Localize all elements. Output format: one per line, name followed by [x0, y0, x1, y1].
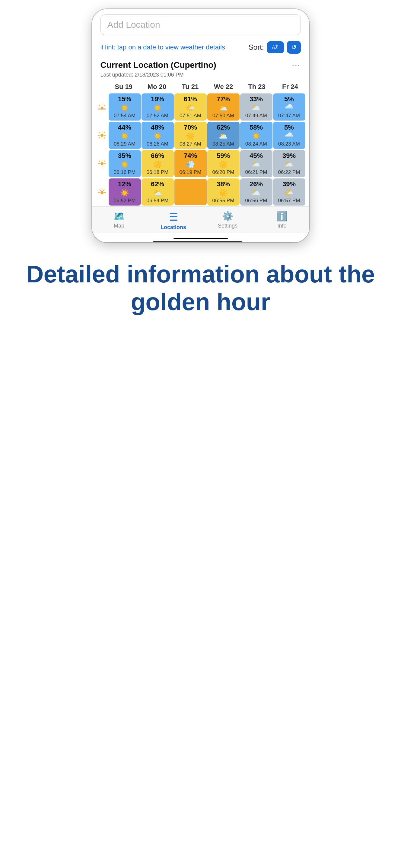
r4-mo-pct: 62% — [151, 180, 164, 188]
r1-fr-time: 07:47 AM — [278, 113, 300, 119]
svg-line-23 — [104, 161, 105, 161]
r4-su-pct: 12% — [118, 180, 131, 188]
r3-fr-icon: 🌥️ — [285, 160, 294, 169]
sort-secondary-button[interactable]: ↺ — [287, 41, 301, 54]
hint-text: iHint: tap on a date to view weather det… — [101, 43, 225, 51]
r4-we-icon: ☀️ — [219, 189, 228, 197]
r3-tu-time: 06:19 PM — [179, 169, 202, 176]
r3-cell-fr[interactable]: 39% 🌥️ 06:22 PM — [273, 150, 305, 177]
tab-map-label: Map — [114, 223, 124, 229]
r2-cell-we[interactable]: 62% 🌥️ 08:25 AM — [207, 122, 239, 149]
r3-mo-time: 06:18 PM — [147, 169, 169, 176]
add-location-bar[interactable]: Add Location — [101, 14, 301, 35]
r1-tu-time: 07:51 AM — [179, 113, 201, 119]
r2-cell-tu[interactable]: 70% ☀️ 08:27 AM — [174, 122, 207, 149]
day-tu: Tu 21 — [173, 81, 207, 93]
more-dots-button[interactable]: ··· — [292, 60, 300, 70]
svg-point-18 — [101, 162, 104, 165]
tab-locations[interactable]: ☰ Locations — [146, 211, 201, 230]
weather-row-sun: 44% ☀️ 08:29 AM 48% ☀️ 08:28 AM 70% ☀️ 0… — [93, 121, 308, 149]
r1-we-pct: 77% — [217, 95, 230, 103]
r4-we-pct: 38% — [217, 180, 230, 188]
r2-cell-su[interactable]: 44% ☀️ 08:29 AM — [109, 122, 141, 149]
svg-point-26 — [101, 191, 104, 194]
tab-bar: 🗺️ Map ☰ Locations ⚙️ Settings ℹ️ Info — [92, 207, 309, 233]
r1-th-pct: 33% — [250, 95, 263, 103]
r2-th-icon: ☀️ — [252, 132, 261, 141]
r1-cell-we[interactable]: 77% ⛅ 07:50 AM — [207, 93, 239, 121]
r3-cell-mo[interactable]: 66% ☀️ 06:18 PM — [142, 150, 174, 177]
r3-cell-tu[interactable]: 74% 💨 06:19 PM — [174, 150, 207, 177]
r4-th-icon: 🌥️ — [252, 189, 261, 197]
r1-cell-su[interactable]: 15% ☀️ 07:54 AM — [109, 93, 141, 121]
location-updated: Last updated: 2/18/2023 01:06 PM — [92, 71, 309, 81]
r3-su-icon: ☀️ — [120, 160, 129, 169]
r1-su-icon: ☀️ — [120, 104, 129, 112]
svg-line-13 — [104, 132, 105, 133]
sort-az-button[interactable]: AZ ↕ — [267, 41, 284, 53]
r4-cell-th[interactable]: 26% 🌥️ 06:56 PM — [240, 179, 273, 206]
r1-tu-icon: 🌤️ — [186, 104, 195, 112]
r1-mo-time: 07:52 AM — [147, 113, 168, 119]
r2-cell-mo[interactable]: 48% ☀️ 08:28 AM — [142, 122, 174, 149]
r3-cell-su[interactable]: 35% ☀️ 06:16 PM — [109, 150, 141, 177]
r1-cell-fr[interactable]: 5% 🌧️ 07:47 AM — [273, 93, 305, 121]
r4-fr-pct: 39% — [282, 180, 296, 188]
r4-cell-fr[interactable]: 39% 🌤️ 06:57 PM — [273, 179, 305, 206]
tab-settings[interactable]: ⚙️ Settings — [201, 211, 255, 230]
r1-cell-th[interactable]: 33% 🌥️ 07:49 AM — [240, 93, 273, 121]
r1-we-icon: ⛅ — [219, 104, 228, 112]
sunrise-row-icon — [96, 103, 108, 111]
tab-info-label: Info — [277, 223, 286, 229]
golden-row-icon — [96, 188, 108, 196]
r2-we-icon: 🌥️ — [219, 132, 228, 141]
r3-fr-pct: 39% — [282, 152, 296, 160]
sort-section: Sort: AZ ↕ ↺ — [249, 41, 301, 54]
r3-cell-we[interactable]: 59% ☀️ 06:20 PM — [207, 150, 239, 177]
r3-cell-th[interactable]: 45% 🌥️ 06:21 PM — [240, 150, 273, 177]
r4-su-icon: ☀️ — [120, 189, 129, 197]
day-fr: Fr 24 — [274, 81, 307, 93]
r1-su-pct: 15% — [118, 95, 131, 103]
page-wrapper: Add Location iHint: tap on a date to vie… — [0, 0, 401, 868]
r4-mo-icon: ⛅ — [153, 189, 162, 197]
location-header: Current Location (Cupertino) ··· — [92, 57, 309, 71]
weather-row-golden: 12% ☀️ 06:52 PM 62% ⛅ 06:54 PM 38% ☀️ 06… — [93, 178, 308, 206]
r1-su-time: 07:54 AM — [114, 113, 136, 119]
tab-map[interactable]: 🗺️ Map — [92, 211, 146, 230]
r2-cell-th[interactable]: 58% ☀️ 08:24 AM — [240, 122, 273, 149]
r4-cell-we[interactable]: 38% ☀️ 06:55 PM — [207, 179, 239, 206]
r1-cell-tu[interactable]: 61% 🌤️ 07:51 AM — [174, 93, 207, 121]
r4-th-pct: 26% — [250, 180, 263, 188]
phone-inner: Add Location iHint: tap on a date to vie… — [92, 14, 309, 242]
r3-mo-pct: 66% — [151, 152, 164, 160]
hint-bar: iHint: tap on a date to view weather det… — [92, 38, 309, 56]
r3-tu-icon: 💨 — [186, 160, 195, 169]
sort-label: Sort: — [249, 43, 264, 52]
r2-tu-icon: ☀️ — [186, 132, 195, 141]
r2-tu-pct: 70% — [184, 124, 197, 131]
r4-cell-mo[interactable]: 62% ⛅ 06:54 PM — [142, 179, 174, 206]
r3-th-icon: 🌥️ — [252, 160, 261, 169]
r3-su-time: 06:16 PM — [114, 169, 136, 176]
svg-line-17 — [104, 137, 105, 138]
r1-cell-mo[interactable]: 19% ☀️ 07:52 AM — [142, 93, 174, 121]
svg-line-5 — [99, 105, 100, 106]
tab-info[interactable]: ℹ️ Info — [255, 211, 309, 230]
r1-mo-icon: ☀️ — [153, 104, 162, 112]
svg-text:↕: ↕ — [276, 44, 277, 48]
r1-fr-pct: 5% — [284, 95, 294, 103]
r4-cell-tu[interactable] — [174, 179, 207, 205]
tab-locations-label: Locations — [161, 224, 186, 230]
r3-fr-time: 06:22 PM — [278, 169, 300, 176]
day-we: We 22 — [207, 81, 240, 93]
r2-cell-fr[interactable]: 5% 🌧️ 08:23 AM — [273, 122, 305, 149]
r4-cell-su[interactable]: 12% ☀️ 06:52 PM — [109, 179, 141, 206]
sort-secondary-icon: ↺ — [291, 43, 296, 51]
svg-line-22 — [99, 161, 100, 161]
r4-fr-icon: 🌤️ — [285, 189, 294, 197]
svg-line-12 — [99, 132, 100, 133]
r2-mo-pct: 48% — [151, 124, 164, 131]
location-title: Current Location (Cupertino) — [101, 60, 216, 70]
row-icon-spacer — [94, 81, 107, 93]
